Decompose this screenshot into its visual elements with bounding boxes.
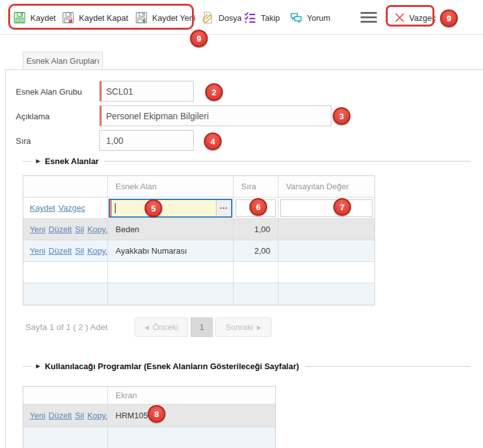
annotation-badge-8: 8 — [148, 405, 165, 423]
cell-sira: 2,00 — [234, 240, 278, 261]
text-caret — [115, 203, 116, 213]
cell-esnek-alan: Ayakkabı Numarası — [108, 240, 234, 261]
editrow-save-link[interactable]: Kaydet — [30, 203, 55, 213]
collapse-arrow-icon[interactable]: ▶ — [36, 158, 40, 164]
header-sira: Sıra — [234, 176, 278, 197]
grid-row-ayakkabi: Yeni Düzelt Sil Kopy. Ayakkabı Numarası … — [23, 240, 374, 262]
pagination-prev-button[interactable]: ◀ Önceki — [134, 317, 188, 337]
file-button-label: Dosya — [218, 13, 242, 23]
sira-input[interactable]: 1,00 — [99, 130, 194, 151]
section-title-esnek-alanlar: Esnek Alanlar — [45, 156, 99, 166]
annotation-badge-9: 9 — [190, 30, 208, 47]
grid-empty-row — [23, 262, 374, 283]
aciklama-value: Personel Ekipman Bilgileri — [106, 111, 209, 121]
annotation-badge-9b: 9 — [440, 9, 458, 27]
follow-button[interactable]: Takip — [243, 9, 280, 26]
grid-row-beden: Yeni Düzelt Sil Kopy. Beden 1,00 — [23, 219, 374, 240]
cell-sira: 1,00 — [234, 219, 278, 240]
annotation-badge-2: 2 — [205, 83, 223, 101]
row-edit-link[interactable]: Düzelt — [49, 411, 72, 420]
next-arrow-icon: ▶ — [257, 324, 261, 331]
cell-varsayilan — [278, 240, 374, 261]
file-button[interactable]: Dosya — [201, 9, 242, 26]
follow-checklist-icon — [243, 11, 257, 25]
field-label-aciklama: Açıklama — [16, 112, 49, 121]
grid-empty-row — [23, 283, 374, 305]
pagination-summary: Sayfa 1 of 1 ( 2 ) Adet — [25, 322, 108, 332]
varsayilan-deger-edit-input[interactable] — [280, 199, 373, 217]
pagination-next-button[interactable]: Sonraki ▶ — [215, 317, 271, 337]
comment-button-label: Yorum — [307, 13, 330, 23]
grid-edit-row: Kaydet Vazgeç ••• — [23, 197, 374, 219]
section-line — [104, 161, 470, 162]
annotation-badge-7: 7 — [333, 198, 351, 216]
row-delete-link[interactable]: Sil — [75, 225, 84, 234]
pagination-current-page[interactable]: 1 — [191, 317, 213, 337]
grid-header-row: Esnek Alan Sıra Varsayılan Değer — [23, 176, 374, 197]
tab-esnek-alan-gruplari[interactable]: Esnek Alan Grupları — [23, 52, 103, 69]
header-ekran: Ekran — [108, 387, 275, 404]
annotation-rect-save-buttons — [8, 4, 194, 30]
header-actions — [23, 387, 108, 404]
row-copy-link[interactable]: Kopy. — [87, 246, 107, 256]
menu-hamburger-icon[interactable] — [361, 12, 377, 23]
header-esnek-alan: Esnek Alan — [108, 176, 234, 197]
field-label-sira: Sıra — [16, 136, 31, 146]
editrow-cancel-link[interactable]: Vazgeç — [58, 203, 85, 213]
tab-label: Esnek Alan Grupları — [27, 56, 100, 66]
grid-empty-row — [23, 427, 275, 448]
esnek-alan-edit-input[interactable] — [110, 200, 216, 216]
follow-button-label: Takip — [261, 13, 280, 23]
comment-bubbles-icon — [289, 11, 303, 25]
row-delete-link[interactable]: Sil — [75, 411, 84, 420]
section-line — [305, 366, 470, 367]
section-header-esnek-alanlar: ▶ Esnek Alanlar — [23, 156, 470, 166]
section-dash — [23, 366, 32, 367]
annotation-badge-6: 6 — [249, 198, 267, 216]
row-new-link[interactable]: Yeni — [30, 246, 45, 256]
field-label-esnek-alan-grubu: Esnek Alan Grubu — [16, 87, 82, 97]
row-delete-link[interactable]: Sil — [75, 246, 84, 256]
section-header-programlar: ▶ Kullanılacağı Programlar (Esnek Alanla… — [23, 361, 470, 371]
row-copy-link[interactable]: Kopy. — [87, 411, 107, 420]
section-title-programlar: Kullanılacağı Programlar (Esnek Alanları… — [45, 362, 299, 371]
cell-ekran: HRM1057 — [108, 404, 275, 427]
header-actions — [23, 176, 108, 197]
esnek-alan-grubu-input[interactable]: SCL01 — [99, 81, 194, 102]
grid-header-row: Ekran — [23, 387, 275, 404]
esnek-alan-grubu-value: SCL01 — [106, 86, 133, 97]
row-new-link[interactable]: Yeni — [30, 411, 45, 420]
esnek-alanlar-grid: Esnek Alan Sıra Varsayılan Değer Kaydet … — [23, 175, 375, 305]
row-new-link[interactable]: Yeni — [30, 225, 45, 234]
comment-button[interactable]: Yorum — [289, 9, 330, 26]
collapse-arrow-icon[interactable]: ▶ — [36, 363, 40, 369]
header-varsayilan-deger: Varsayılan Değer — [278, 176, 374, 197]
file-paperclip-icon — [201, 11, 215, 25]
prev-arrow-icon: ◀ — [145, 324, 149, 331]
row-edit-link[interactable]: Düzelt — [49, 246, 72, 256]
aciklama-input[interactable]: Personel Ekipman Bilgileri — [99, 105, 331, 126]
annotation-badge-5: 5 — [145, 199, 162, 217]
annotation-badge-3: 3 — [333, 107, 350, 125]
row-copy-link[interactable]: Kopy. — [87, 225, 107, 234]
annotation-badge-4: 4 — [204, 133, 222, 150]
cell-esnek-alan: Beden — [108, 219, 234, 240]
row-edit-link[interactable]: Düzelt — [49, 225, 72, 234]
lookup-ellipsis-button[interactable]: ••• — [216, 200, 231, 216]
cell-varsayilan — [278, 219, 374, 240]
esnek-alan-editor: ••• — [109, 199, 232, 218]
annotation-rect-cancel — [386, 5, 434, 27]
sira-value: 1,00 — [106, 136, 123, 146]
section-dash — [23, 161, 32, 162]
